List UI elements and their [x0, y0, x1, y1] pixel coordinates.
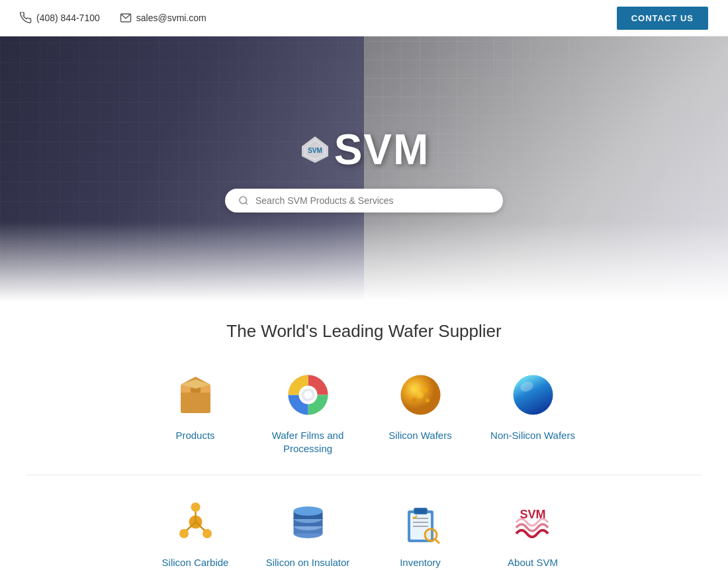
phone-number: (408) 844-7100 [36, 13, 100, 23]
phone-icon [20, 12, 32, 24]
phone-contact[interactable]: (408) 844-7100 [20, 12, 100, 24]
icon-grid-row2: Silicon Carbide Silicon on Insulator [0, 475, 728, 570]
contact-us-button[interactable]: CONTACT US [617, 7, 708, 30]
svg-point-34 [293, 506, 322, 516]
silicon-carbide-label: Silicon Carbide [162, 556, 229, 569]
svg-line-43 [435, 539, 439, 543]
non-silicon-wafers-label: Non-Silicon Wafers [490, 429, 575, 442]
svg-point-2 [240, 197, 247, 204]
svg-rect-4 [181, 390, 210, 413]
inventory-label: Inventory [400, 556, 441, 569]
hero-fade [0, 222, 728, 301]
hero-content: SVM SVM [225, 125, 503, 213]
search-bar[interactable] [225, 189, 503, 213]
svg-rect-38 [415, 509, 426, 513]
svg-point-14 [414, 387, 418, 391]
svg-point-19 [513, 375, 553, 414]
non-silicon-wafers-icon [506, 368, 559, 421]
svm-logo-icon: SVM [298, 133, 332, 166]
wafer-films-icon [281, 368, 334, 421]
products-label: Products [175, 429, 214, 442]
nav-item-wafer-films[interactable]: Wafer Films and Processing [265, 368, 351, 455]
search-input[interactable] [255, 195, 490, 206]
tagline-text: The World's Leading Wafer Supplier [13, 321, 715, 342]
svg-text:SVM: SVM [308, 147, 322, 154]
svg-line-3 [246, 203, 248, 205]
top-bar: (408) 844-7100 sales@svmi.com CONTACT US [0, 0, 728, 36]
nav-item-silicon-on-insulator[interactable]: Silicon on Insulator [265, 495, 351, 569]
nav-item-non-silicon-wafers[interactable]: Non-Silicon Wafers [490, 368, 576, 455]
silicon-wafers-label: Silicon Wafers [388, 429, 451, 442]
logo-text: SVM [334, 125, 430, 174]
hero-logo: SVM SVM [298, 125, 430, 174]
svg-rect-44 [426, 530, 435, 540]
svg-point-17 [426, 399, 430, 403]
about-svm-label: About SVM [508, 556, 558, 569]
tagline-section: The World's Leading Wafer Supplier [0, 301, 728, 348]
hero-section: SVM SVM [0, 36, 728, 301]
silicon-on-insulator-icon [281, 495, 334, 548]
email-icon [120, 12, 132, 24]
svg-point-15 [423, 387, 428, 393]
nav-item-products[interactable]: Products [152, 368, 238, 455]
email-address: sales@svmi.com [136, 13, 206, 23]
nav-item-silicon-carbide[interactable]: Silicon Carbide [152, 495, 238, 569]
email-contact[interactable]: sales@svmi.com [120, 12, 206, 24]
wafer-films-label: Wafer Films and Processing [265, 429, 351, 455]
top-bar-right: CONTACT US [617, 7, 708, 30]
svg-text:SVM: SVM [520, 508, 545, 521]
silicon-on-insulator-label: Silicon on Insulator [266, 556, 350, 569]
silicon-wafers-icon [394, 368, 447, 421]
silicon-carbide-icon [169, 495, 222, 548]
icon-grid-row1: Products Wafer Films and Processing [0, 348, 728, 475]
about-svm-icon: SVM [506, 495, 559, 548]
search-icon [238, 195, 249, 206]
svg-point-18 [417, 392, 424, 399]
products-icon [169, 368, 222, 421]
svg-point-22 [191, 502, 200, 512]
nav-item-about-svm[interactable]: SVM About SVM [490, 495, 576, 569]
svg-point-12 [304, 391, 312, 399]
nav-item-inventory[interactable]: Inventory [377, 495, 463, 569]
inventory-icon [394, 495, 447, 548]
nav-item-silicon-wafers[interactable]: Silicon Wafers [377, 368, 463, 455]
svg-point-16 [412, 397, 416, 402]
contact-info-group: (408) 844-7100 sales@svmi.com [20, 12, 206, 24]
